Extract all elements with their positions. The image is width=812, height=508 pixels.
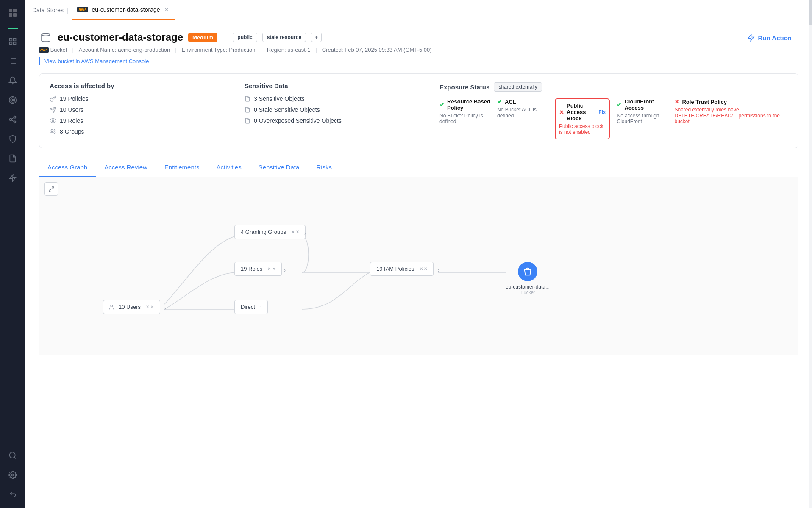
lightning-icon [747, 34, 755, 42]
sidebar-item-flash[interactable] [4, 169, 21, 186]
breadcrumb-separator: | [67, 7, 69, 14]
sidebar-bottom [4, 447, 21, 503]
tabs-row: Access Graph Access Review Entitlements … [39, 158, 798, 177]
node-direct[interactable]: Direct › [234, 300, 268, 314]
bucket-circle [518, 262, 537, 281]
sidebar-item-alerts[interactable] [4, 72, 21, 89]
sidebar-item-settings[interactable] [4, 466, 21, 483]
bucket-node-container: eu-customer-data... Bucket [506, 262, 550, 295]
iam-policies-close[interactable]: ✕ ✕ [420, 266, 428, 271]
node-iam-policies[interactable]: 19 IAM Policies ✕ ✕ [370, 262, 434, 276]
active-tab[interactable]: aws eu-customer-data-storage ✕ [72, 0, 175, 20]
tag-plus[interactable]: + [311, 33, 322, 42]
exposure-card: Exposure Status shared externally ✔ Reso… [429, 74, 798, 148]
sidebar-item-list[interactable] [4, 53, 21, 69]
status-err-icon-1: ✕ [559, 109, 564, 116]
exposure-status-badge: shared externally [494, 82, 542, 92]
fix-link[interactable]: Fix [598, 109, 606, 115]
node-users[interactable]: 10 Users ✕ ✕ [103, 300, 160, 314]
resource-environment: Environment Type: Production [182, 47, 256, 53]
topbar: Data Stores | aws eu-customer-data-stora… [25, 0, 812, 20]
tag-public: public [233, 33, 257, 42]
tab-access-review[interactable]: Access Review [96, 158, 156, 177]
roles-node-label: 19 Roles [241, 266, 262, 272]
severity-badge: Medium [188, 33, 217, 42]
bucket-node-type: Bucket [520, 290, 535, 295]
roles-count: 19 Roles [60, 117, 83, 124]
iam-arrow: › [438, 267, 439, 273]
svg-rect-1 [13, 9, 17, 12]
svg-point-25 [12, 474, 14, 476]
status-ok-icon-2: ✔ [497, 98, 502, 105]
exposure-items: ✔ Resource Based Policy No Bucket Policy… [439, 98, 788, 139]
svg-rect-7 [14, 42, 16, 45]
granting-groups-arrow: › [304, 230, 306, 236]
breadcrumb[interactable]: Data Stores [32, 7, 64, 14]
users-node-close[interactable]: ✕ ✕ [146, 305, 154, 309]
node-roles[interactable]: 19 Roles ✕ ✕ [234, 262, 282, 276]
resource-meta: aws Bucket | Account Name: acme-eng-prod… [39, 47, 432, 53]
access-list: 19 Policies 10 Users 19 Roles 8 Groups [50, 95, 224, 135]
exposure-title: Exposure Status [439, 83, 489, 91]
sensitive-objects-count: 3 Sensitive Objects [254, 95, 305, 102]
scrollbar-thumb[interactable] [809, 0, 812, 25]
sidebar-item-target[interactable] [4, 92, 21, 108]
node-granting-groups[interactable]: 4 Granting Groups ✕ ✕ [234, 225, 306, 239]
svg-point-34 [111, 305, 113, 307]
eye-icon [50, 117, 56, 124]
sidebar-item-export[interactable] [4, 486, 21, 503]
users-node-icon [109, 304, 115, 310]
exposure-cloudfront-sub: No access through CloudFront [617, 113, 667, 125]
resource-account: Account Name: acme-eng-production [79, 47, 170, 53]
tab-sensitive-data[interactable]: Sensitive Data [250, 158, 308, 177]
svg-point-18 [10, 119, 12, 121]
tag-stale: stale resource [262, 33, 306, 42]
exposure-role-trust-sub: Shared externally roles have DELETE/CREA… [674, 107, 788, 125]
access-item-groups: 8 Groups [50, 128, 224, 135]
fullscreen-button[interactable] [44, 182, 58, 196]
svg-rect-0 [9, 9, 12, 12]
access-item-policies: 19 Policies [50, 95, 224, 102]
bucket-icon [39, 31, 53, 44]
granting-groups-close[interactable]: ✕ ✕ [291, 230, 299, 234]
resource-region: Region: us-east-1 [267, 47, 311, 53]
users-node-label: 10 Users [119, 304, 141, 310]
send-icon [50, 106, 56, 113]
sidebar-item-dashboard[interactable] [4, 33, 21, 50]
fullscreen-icon [48, 186, 54, 192]
roles-node-close[interactable]: ✕ ✕ [267, 266, 275, 271]
sidebar-item-nodes[interactable] [4, 111, 21, 128]
svg-line-33 [49, 189, 51, 191]
tab-activities[interactable]: Activities [208, 158, 250, 177]
console-link[interactable]: View bucket in AWS Management Console [44, 58, 149, 64]
access-item-users: 10 Users [50, 106, 224, 113]
aws-badge: aws [77, 7, 89, 12]
cards-row: Access is affected by 19 Policies 10 Use… [39, 73, 798, 148]
resource-title-row: eu-customer-data-storage Medium | public… [39, 31, 432, 44]
svg-rect-4 [10, 39, 12, 41]
tab-title: eu-customer-data-storage [92, 6, 160, 13]
sidebar-item-doc[interactable] [4, 150, 21, 167]
roles-arrow: › [284, 267, 286, 273]
sidebar-item-search[interactable] [4, 447, 21, 464]
exposure-item-cloudfront: ✔ CloudFront Access No access through Cl… [617, 98, 667, 139]
exposure-resource-policy-title: ✔ Resource Based Policy [439, 98, 490, 111]
exposure-acl-title: ✔ ACL [497, 98, 548, 105]
exposure-role-trust-title: ✕ Role Trust Policy [674, 98, 788, 105]
tab-entitlements[interactable]: Entitlements [156, 158, 208, 177]
resource-created: Created: Feb 07, 2025 09:33 AM (GMT-5:00… [322, 47, 432, 53]
policies-count: 19 Policies [60, 95, 89, 102]
tab-risks[interactable]: Risks [308, 158, 340, 177]
resource-header: eu-customer-data-storage Medium | public… [39, 31, 798, 65]
sensitive-card: Sensitive Data 3 Sensitive Objects 0 Sta… [234, 74, 429, 148]
svg-line-24 [14, 457, 16, 459]
scrollbar-track [809, 0, 812, 508]
sensitive-item-objects: 3 Sensitive Objects [245, 95, 419, 102]
run-action-button[interactable]: Run Action [740, 31, 798, 45]
sidebar-item-shield[interactable] [4, 130, 21, 147]
tab-close-icon[interactable]: ✕ [164, 6, 170, 14]
svg-line-20 [11, 120, 14, 121]
direct-node-close[interactable]: › [260, 305, 261, 309]
iam-policies-label: 19 IAM Policies [376, 266, 414, 272]
tab-access-graph[interactable]: Access Graph [39, 158, 96, 177]
